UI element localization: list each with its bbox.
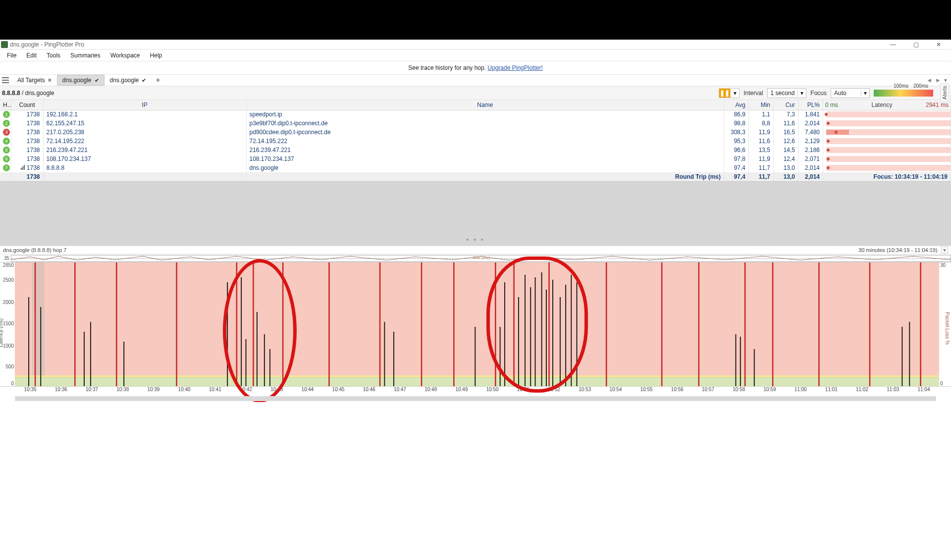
- tab-dns-google-2[interactable]: dns.google ✔: [105, 75, 152, 86]
- cell-cur: 12,4: [774, 154, 798, 163]
- hop-status-dot: 4: [3, 138, 10, 145]
- cell-name: speedport.ip: [246, 110, 724, 119]
- header-name[interactable]: Name: [246, 100, 724, 110]
- cell-avg: 97,8: [724, 154, 749, 163]
- hop-status-dot: 3: [3, 129, 10, 136]
- hop-status-dot: 5: [3, 147, 10, 153]
- x-tick: 10:50: [477, 387, 508, 395]
- menu-file[interactable]: File: [2, 51, 21, 60]
- table-row[interactable]: 3 1738217.0.205.238pd900cdee.dip0.t-ipco…: [0, 128, 951, 137]
- cell-avg: 95,3: [724, 137, 749, 146]
- menu-summaries[interactable]: Summaries: [65, 51, 106, 60]
- cell-ip: 62.155.247.15: [43, 119, 246, 128]
- menu-edit[interactable]: Edit: [21, 51, 42, 60]
- x-tick: 10:47: [384, 387, 415, 395]
- alerts-panel-tab[interactable]: Alerts: [940, 83, 949, 102]
- x-tick: 10:36: [46, 387, 76, 395]
- window-minimize[interactable]: —: [882, 40, 904, 50]
- cell-min: 11,9: [749, 128, 774, 137]
- chevron-down-icon: ▾: [797, 90, 806, 97]
- x-tick: 11:01: [816, 387, 846, 395]
- tab-label: dns.google: [110, 77, 139, 84]
- jitter-ymax: 35: [0, 255, 11, 261]
- scrollbar-thumb[interactable]: [15, 397, 936, 401]
- cell-cur: 14,5: [774, 146, 798, 154]
- x-tick: 10:51: [508, 387, 538, 395]
- cell-count: 1738: [11, 163, 43, 172]
- x-tick: 10:41: [200, 387, 230, 395]
- cell-ip: 217.0.205.238: [43, 128, 246, 137]
- hamburger-icon[interactable]: [2, 77, 9, 83]
- header-hop[interactable]: Hop: [0, 100, 11, 110]
- x-tick: 10:55: [631, 387, 662, 395]
- table-row[interactable]: 4 173872.14.195.22272.14.195.22295,311,6…: [0, 137, 951, 146]
- jitter-strip: 35 Jitter (ms): [0, 255, 951, 262]
- upsell-banner: See trace history for any hop. Upgrade P…: [0, 61, 951, 74]
- x-tick: 10:57: [692, 387, 723, 395]
- tab-label: All Targets: [17, 77, 45, 84]
- splitter-grip[interactable]: • • •: [466, 236, 484, 244]
- cell-name: 216.239.47.221: [246, 146, 724, 154]
- close-icon[interactable]: ×: [48, 77, 52, 84]
- latency-graph[interactable]: Latency (ms) 2850 2500 2000 1500 1000 50…: [0, 262, 951, 386]
- cell-min: 13,5: [749, 146, 774, 154]
- graph-scrollbar[interactable]: [15, 396, 936, 401]
- table-row[interactable]: 5 1738216.239.47.221216.239.47.22196,613…: [0, 146, 951, 154]
- tab-dns-google-active[interactable]: dns.google ✔: [57, 75, 105, 86]
- menu-help[interactable]: Help: [145, 51, 167, 60]
- tab-dropdown-icon[interactable]: ▾: [944, 77, 947, 84]
- cell-name: 108.170.234.137: [246, 154, 724, 163]
- cell-cur: 11,6: [774, 119, 798, 128]
- tab-scroll-right-icon[interactable]: ►: [935, 77, 941, 84]
- check-icon: ✔: [95, 77, 99, 84]
- table-row[interactable]: 1 1738192.168.2.1speedport.ip86,91,17,31…: [0, 110, 951, 119]
- x-tick: 10:59: [754, 387, 785, 395]
- cell-avg: 97,4: [724, 163, 749, 172]
- cell-name: dns.google: [246, 163, 724, 172]
- graph-header: dns.google (8.8.8.8) hop 7 30 minutes (1…: [0, 246, 951, 255]
- cell-pl: 2,071: [798, 154, 823, 163]
- pause-dropdown[interactable]: ▾: [731, 88, 740, 98]
- table-row[interactable]: 2 173862.155.247.15p3e9bf70f.dip0.t-ipco…: [0, 119, 951, 128]
- upsell-link[interactable]: Upgrade PingPlotter!: [487, 64, 542, 71]
- y-axis-right: 30 0 Packet Loss %: [939, 262, 951, 386]
- header-ip[interactable]: IP: [43, 100, 246, 110]
- cell-pl: 7,480: [798, 128, 823, 137]
- x-tick: 10:58: [724, 387, 754, 395]
- cell-latency-bar: [823, 137, 951, 146]
- x-tick: 10:40: [169, 387, 200, 395]
- add-tab-button[interactable]: +: [152, 76, 164, 85]
- focus-select[interactable]: Auto ▾: [831, 88, 870, 98]
- x-tick: 11:00: [785, 387, 816, 395]
- header-count[interactable]: Count: [11, 100, 43, 110]
- window-titlebar: dns.google - PingPlotter Pro — ▢ ✕: [0, 40, 951, 50]
- x-tick: 10:52: [538, 387, 569, 395]
- hop-status-dot: 7: [3, 164, 10, 171]
- table-header-row: Hop Count IP Name Avg Min Cur PL% 0 ms L…: [0, 100, 951, 110]
- x-tick: 10:44: [292, 387, 323, 395]
- graph-range-dropdown[interactable]: ▾: [941, 247, 948, 254]
- cell-cur: 16,5: [774, 128, 798, 137]
- jitter-plot[interactable]: Jitter (ms): [11, 255, 951, 262]
- pause-button[interactable]: ❚❚: [719, 88, 731, 98]
- cell-pl: 2,014: [798, 119, 823, 128]
- hop-status-dot: 2: [3, 120, 10, 127]
- target-toolbar: 8.8.8.8 / dns.google ❚❚ ▾ Interval 1 sec…: [0, 86, 951, 100]
- cell-ip: 8.8.8.8: [43, 163, 246, 172]
- table-row[interactable]: 7 17388.8.8.8dns.google97,411,713,02,014: [0, 163, 951, 172]
- menu-tools[interactable]: Tools: [42, 51, 65, 60]
- hop-status-dot: 6: [3, 155, 10, 162]
- black-top-bar: [0, 0, 951, 40]
- x-tick: 11:03: [878, 387, 908, 395]
- x-tick: 10:37: [76, 387, 107, 395]
- window-maximize[interactable]: ▢: [904, 40, 927, 50]
- tab-all-targets[interactable]: All Targets ×: [12, 75, 57, 86]
- app-icon: [1, 41, 8, 48]
- interval-select[interactable]: 1 second ▾: [767, 88, 807, 98]
- cell-ip: 108.170.234.137: [43, 154, 246, 163]
- window-close[interactable]: ✕: [927, 40, 950, 50]
- cell-ip: 72.14.195.222: [43, 137, 246, 146]
- plot-area[interactable]: [15, 262, 939, 386]
- table-row[interactable]: 6 1738108.170.234.137108.170.234.13797,8…: [0, 154, 951, 163]
- menu-workspace[interactable]: Workspace: [106, 51, 145, 60]
